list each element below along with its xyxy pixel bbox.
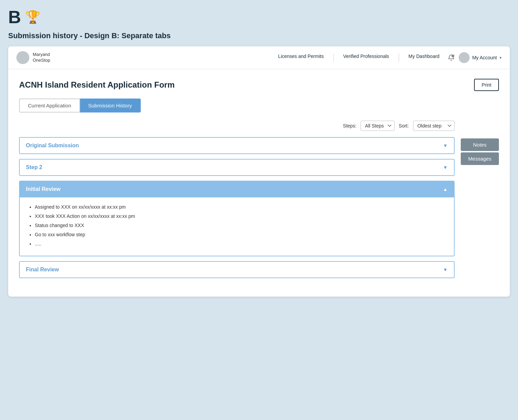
accordion-title-final-review: Final Review	[26, 267, 59, 273]
sort-select[interactable]: Oldest step Newest step	[413, 121, 455, 131]
messages-button[interactable]: Messages	[461, 152, 499, 165]
nav-account-avatar	[459, 52, 470, 63]
nav-link-dashboard[interactable]: My Dashboard	[409, 54, 440, 62]
top-branding: B 🏆	[8, 8, 510, 26]
nav-divider-1	[333, 54, 334, 62]
main-card: Maryand OneStop Licenses and Permits Ver…	[8, 46, 510, 297]
accordion-header-final-review[interactable]: Final Review ▼	[20, 262, 454, 278]
tab-submission-history[interactable]: Submission History	[80, 99, 141, 112]
nav-chevron-icon: ▾	[500, 56, 502, 60]
accordion-area: Steps: All Steps Step 1 Step 2 Step 3 So…	[19, 121, 455, 283]
side-buttons: Notes Messages	[461, 121, 499, 165]
tab-current-application[interactable]: Current Application	[19, 99, 80, 112]
nav-links: Licenses and Permits Verified Profession…	[278, 54, 440, 62]
nav-divider-2	[399, 54, 399, 62]
form-title-row: ACNH Island Resident Application Form Pr…	[19, 79, 499, 91]
accordion-header-initial-review[interactable]: Initial Review ▲	[20, 181, 454, 197]
notes-button[interactable]: Notes	[461, 138, 499, 151]
chevron-down-icon-step2: ▼	[443, 165, 448, 170]
form-title: ACNH Island Resident Application Form	[19, 80, 174, 90]
filter-row: Steps: All Steps Step 1 Step 2 Step 3 So…	[19, 121, 455, 131]
list-item: .....	[35, 240, 446, 247]
steps-select[interactable]: All Steps Step 1 Step 2 Step 3	[361, 121, 395, 131]
chevron-up-icon-initial-review: ▲	[443, 186, 448, 192]
svg-point-0	[451, 60, 452, 61]
accordion-step2: Step 2 ▼	[19, 159, 455, 176]
accordion-header-step2[interactable]: Step 2 ▼	[20, 160, 454, 175]
print-button[interactable]: Print	[474, 79, 499, 91]
nav-icons-area: My Account ▾	[446, 52, 502, 63]
chevron-down-icon-original: ▼	[443, 143, 448, 148]
nav-account-label: My Account	[472, 55, 497, 60]
nav-org-name: Maryand OneStop	[33, 52, 50, 63]
brand-letter: B	[8, 8, 21, 26]
nav-account-area[interactable]: My Account ▾	[459, 52, 502, 63]
sort-label: Sort:	[399, 123, 409, 129]
nav-bar: Maryand OneStop Licenses and Permits Ver…	[8, 46, 510, 69]
bell-icon[interactable]	[446, 53, 456, 62]
accordion-original-submission: Original Submission ▼	[19, 137, 455, 154]
nav-logo-area: Maryand OneStop	[16, 51, 50, 64]
initial-review-list: Assigned to XXX on xx/xx/xxxx at xx:xx p…	[28, 204, 446, 247]
accordion-title-initial-review: Initial Review	[26, 186, 60, 192]
nav-link-licenses[interactable]: Licenses and Permits	[278, 54, 324, 62]
nav-link-professionals[interactable]: Verified Professionals	[343, 54, 389, 62]
page-title: Submission history - Design B: Separate …	[8, 31, 510, 40]
accordion-header-original[interactable]: Original Submission ▼	[20, 138, 454, 153]
content-layout: Steps: All Steps Step 1 Step 2 Step 3 So…	[19, 121, 499, 283]
trophy-icon: 🏆	[25, 10, 41, 24]
steps-label: Steps:	[343, 123, 356, 129]
list-item: Status changed to XXX	[35, 222, 446, 229]
accordion-body-initial-review: Assigned to XXX on xx/xx/xxxx at xx:xx p…	[20, 197, 454, 256]
svg-point-1	[452, 55, 454, 57]
list-item: XXX took XXX Action on xx/xx/xxxx at xx:…	[35, 213, 446, 220]
accordion-final-review: Final Review ▼	[19, 261, 455, 278]
nav-org-avatar	[16, 51, 29, 64]
accordion-initial-review: Initial Review ▲ Assigned to XXX on xx/x…	[19, 181, 455, 256]
list-item: Assigned to XXX on xx/xx/xxxx at xx:xx p…	[35, 204, 446, 211]
list-item: Go to xxx workflow step	[35, 231, 446, 238]
accordion-title-original: Original Submission	[26, 142, 79, 149]
accordion-title-step2: Step 2	[26, 164, 42, 170]
chevron-down-icon-final-review: ▼	[443, 267, 448, 272]
content-area: ACNH Island Resident Application Form Pr…	[8, 69, 510, 297]
tabs-row: Current Application Submission History	[19, 99, 499, 112]
